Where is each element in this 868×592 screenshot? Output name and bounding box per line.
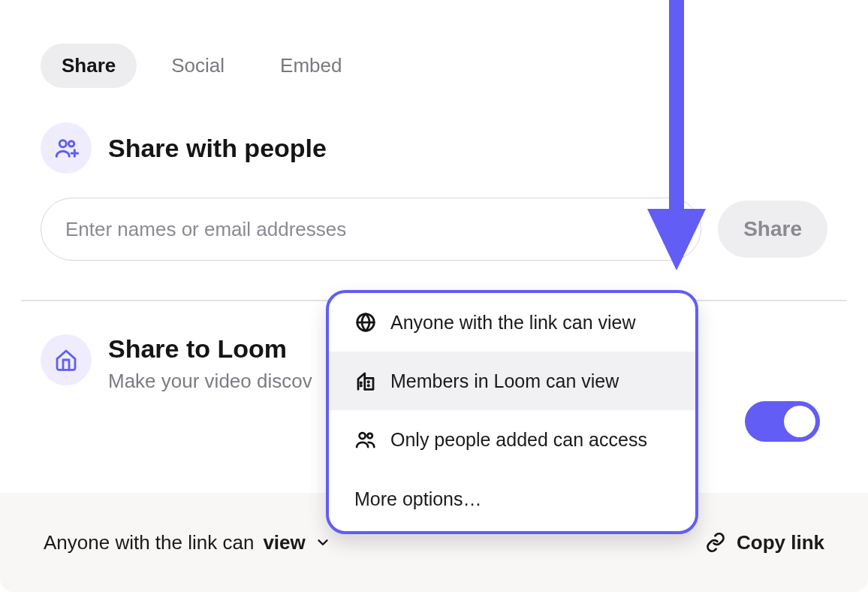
- chevron-down-icon: [315, 534, 331, 551]
- svg-point-1: [68, 141, 74, 146]
- share-tabs: Share Social Embed: [0, 0, 868, 88]
- share-button[interactable]: Share: [718, 201, 827, 258]
- svg-point-7: [360, 433, 366, 439]
- permission-summary-mode: view: [263, 531, 305, 554]
- permission-popover: Anyone with the link can view Members in…: [326, 290, 698, 534]
- share-with-people-title: Share with people: [108, 134, 327, 163]
- tab-social[interactable]: Social: [150, 44, 246, 88]
- permission-option-only-added[interactable]: Only people added can access: [329, 410, 695, 469]
- tab-share[interactable]: Share: [41, 44, 137, 88]
- svg-point-6: [368, 385, 369, 387]
- permission-option-anyone-link[interactable]: Anyone with the link can view: [329, 293, 695, 352]
- permission-more-options[interactable]: More options…: [329, 469, 695, 531]
- permission-option-label: Members in Loom can view: [390, 370, 619, 392]
- tab-embed[interactable]: Embed: [259, 44, 363, 88]
- svg-point-3: [360, 382, 362, 384]
- permission-option-label: Only people added can access: [390, 429, 647, 451]
- people-icon: [41, 122, 92, 174]
- copy-link-button[interactable]: Copy link: [705, 531, 824, 554]
- svg-point-4: [360, 385, 362, 387]
- copy-link-label: Copy link: [737, 531, 824, 554]
- permission-summary-dropdown[interactable]: Anyone with the link can view: [44, 531, 331, 554]
- globe-icon: [354, 311, 377, 334]
- permission-summary-prefix: Anyone with the link can: [44, 531, 254, 554]
- share-people-input[interactable]: [41, 198, 701, 261]
- svg-point-0: [59, 140, 66, 147]
- svg-point-5: [368, 382, 369, 383]
- link-icon: [705, 532, 726, 553]
- permission-option-members[interactable]: Members in Loom can view: [329, 352, 695, 410]
- home-icon: [41, 334, 92, 385]
- users-icon: [354, 428, 377, 451]
- share-to-loom-toggle[interactable]: [745, 401, 820, 442]
- share-with-people-section: Share with people Share: [0, 122, 868, 261]
- permission-option-label: Anyone with the link can view: [390, 312, 636, 334]
- svg-point-8: [367, 433, 372, 439]
- building-icon: [354, 370, 377, 392]
